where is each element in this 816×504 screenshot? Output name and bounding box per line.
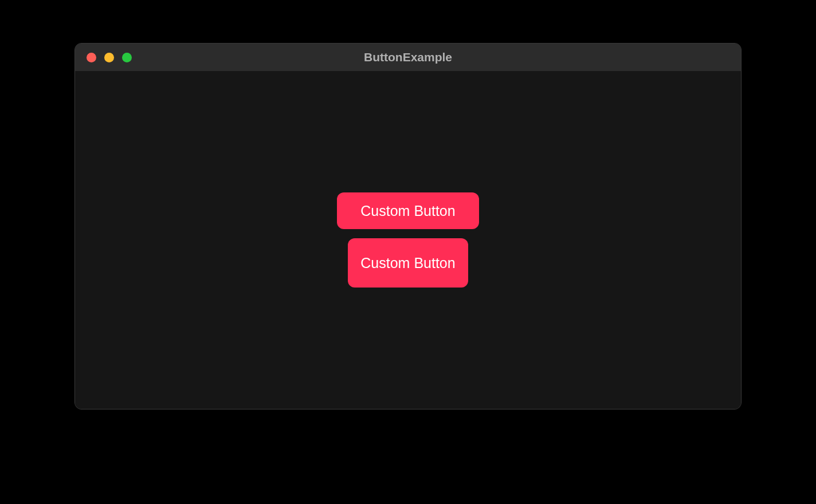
custom-button-1[interactable]: Custom Button <box>337 192 479 229</box>
maximize-icon[interactable] <box>122 53 132 62</box>
close-icon[interactable] <box>87 53 96 62</box>
minimize-icon[interactable] <box>104 53 114 62</box>
titlebar: ButtonExample <box>75 44 741 71</box>
window-content: Custom Button Custom Button <box>75 71 741 409</box>
traffic-lights <box>75 53 132 62</box>
custom-button-2[interactable]: Custom Button <box>348 238 468 288</box>
window-title: ButtonExample <box>364 50 452 64</box>
app-window: ButtonExample Custom Button Custom Butto… <box>74 43 742 410</box>
